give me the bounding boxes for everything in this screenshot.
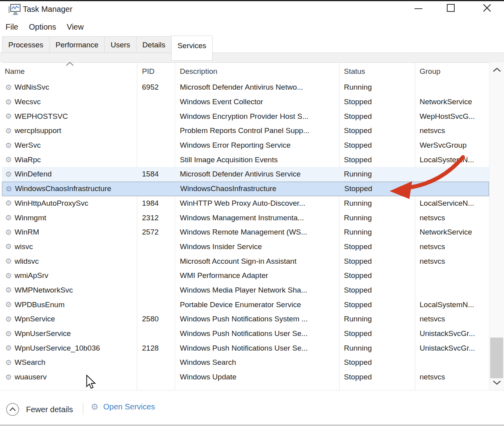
service-name: wercplsupport <box>15 124 61 138</box>
tab-services[interactable]: Services <box>171 36 213 61</box>
service-name-cell: ⚙wuauserv <box>2 370 137 384</box>
service-gear-icon: ⚙ <box>5 156 12 163</box>
menu-bar: FileOptionsView <box>5 20 84 34</box>
service-name: WpnUserService_10b036 <box>15 341 100 355</box>
service-group-cell: NetworkService <box>415 225 489 239</box>
service-group-cell: LocalSystemN... <box>415 153 489 167</box>
table-row[interactable]: ⚙WpnUserService_10b036 2128 Windows Push… <box>2 341 489 355</box>
service-name: wisvc <box>15 240 33 254</box>
column-header-status[interactable]: Status <box>339 63 415 80</box>
tab-performance[interactable]: Performance <box>49 36 105 53</box>
menu-item-file[interactable]: File <box>5 23 19 32</box>
service-pid-cell: 6952 <box>137 80 175 94</box>
table-row[interactable]: ⚙wmiApSrv WMI Performance Adapter Stoppe… <box>2 268 489 283</box>
close-button[interactable] <box>478 1 496 15</box>
service-description-cell: Portable Device Enumerator Service <box>175 298 339 312</box>
service-status-cell: Stopped <box>339 254 415 268</box>
service-name: WMPNetworkSvc <box>15 283 73 297</box>
task-manager-window: Task Manager FileOptionsView ProcessesPe… <box>0 0 504 426</box>
table-row[interactable]: ⚙WEPHOSTSVC Windows Encryption Provider … <box>2 109 489 124</box>
service-gear-icon: ⚙ <box>5 113 12 120</box>
service-gear-icon: ⚙ <box>5 373 12 381</box>
table-row[interactable]: ⚙WSearch Windows Search Stopped <box>2 355 489 370</box>
open-services-link[interactable]: ⚙ Open Services <box>91 402 155 411</box>
table-row[interactable]: ⚙Winmgmt 2312 Windows Management Instrum… <box>2 210 489 225</box>
service-description-cell: Microsoft Account Sign-in Assistant <box>175 254 339 268</box>
service-gear-icon: ⚙ <box>5 243 12 250</box>
service-group-cell: netsvcs <box>415 240 489 254</box>
menu-item-view[interactable]: View <box>66 23 84 32</box>
table-row[interactable]: ⚙WinDefend 1584 Microsoft Defender Antiv… <box>2 167 489 182</box>
tab-users[interactable]: Users <box>104 36 136 53</box>
service-status-cell: Running <box>339 80 415 94</box>
service-group-cell: WepHostSvcG... <box>415 109 489 124</box>
scroll-down-button[interactable] <box>489 377 504 388</box>
fewer-details-button[interactable]: Fewer details <box>6 402 73 417</box>
menu-item-options[interactable]: Options <box>28 23 57 32</box>
tab-processes[interactable]: Processes <box>2 36 49 53</box>
service-status-cell: Running <box>339 211 415 225</box>
table-row[interactable]: ⚙Wecsvc Windows Event Collector Stopped … <box>2 95 489 109</box>
scrollbar-thumb[interactable] <box>490 338 503 378</box>
scroll-down-icon <box>493 380 501 385</box>
service-description-cell: Windows Update <box>175 370 339 384</box>
table-row[interactable]: ⚙WPDBusEnum Portable Device Enumerator S… <box>2 297 489 312</box>
sort-ascending-icon[interactable] <box>65 61 75 66</box>
service-name: WPDBusEnum <box>15 298 65 312</box>
table-row[interactable]: ⚙WpnUserService Windows Push Notificatio… <box>2 327 489 341</box>
service-description-cell: Windows Push Notifications User Se... <box>175 327 339 341</box>
table-row[interactable]: ⚙wlidsvc Microsoft Account Sign-in Assis… <box>2 254 489 268</box>
table-row[interactable]: ⚙wercplsupport Problem Reports Control P… <box>2 124 489 138</box>
table-row[interactable]: ⚙wisvc Windows Insider Service Stopped n… <box>2 240 489 254</box>
service-gear-icon: ⚙ <box>5 344 12 352</box>
fewer-details-label: Fewer details <box>26 405 73 414</box>
table-row[interactable]: ⚙wuauserv Windows Update Stopped netsvcs <box>2 370 489 385</box>
table-row[interactable]: ⚙WindowsChaosInfrastructure WindowsChaos… <box>2 182 489 196</box>
column-header-description[interactable]: Description <box>175 63 339 80</box>
service-name-cell: ⚙WEPHOSTSVC <box>2 109 137 124</box>
table-row[interactable]: ⚙WMPNetworkSvc Windows Media Player Netw… <box>2 283 489 298</box>
minimize-button[interactable] <box>409 1 427 15</box>
vertical-scrollbar[interactable] <box>489 62 504 390</box>
service-pid-cell: 1984 <box>137 196 175 210</box>
scroll-up-button[interactable] <box>489 64 504 76</box>
service-status-cell: Stopped <box>339 240 415 254</box>
table-row[interactable]: ⚙WiaRpc Still Image Acquisition Events S… <box>2 152 489 167</box>
service-group-cell: netsvcs <box>415 124 489 138</box>
table-row[interactable]: ⚙WinHttpAutoProxySvc 1984 WinHTTP Web Pr… <box>2 196 489 211</box>
service-status-cell: Stopped <box>339 283 415 297</box>
service-gear-icon: ⚙ <box>5 301 12 308</box>
column-header-pid[interactable]: PID <box>137 63 175 80</box>
service-description-cell: WinHTTP Web Proxy Auto-Discover... <box>175 196 339 210</box>
service-description-cell: Microsoft Defender Antivirus Service <box>175 167 339 181</box>
service-name: Wecsvc <box>15 95 41 109</box>
service-status-cell: Stopped <box>339 95 415 109</box>
table-row[interactable]: ⚙WdNisSvc 6952 Microsoft Defender Antivi… <box>2 80 489 95</box>
service-name: WpnUserService <box>15 327 71 341</box>
service-description-cell: Windows Media Player Network Sha... <box>175 283 339 297</box>
service-name-cell: ⚙WinHttpAutoProxySvc <box>2 196 137 210</box>
service-gear-icon: ⚙ <box>5 84 12 91</box>
table-row[interactable]: ⚙WinRM 2572 Windows Remote Management (W… <box>2 225 489 240</box>
service-name-cell: ⚙WinDefend <box>2 167 137 181</box>
table-row[interactable]: ⚙WpnService 2580 Windows Push Notificati… <box>2 312 489 327</box>
service-gear-icon: ⚙ <box>5 257 12 265</box>
table-row[interactable]: ⚙WerSvc Windows Error Reporting Service … <box>2 138 489 153</box>
service-group-cell: netsvcs <box>415 370 489 384</box>
tab-bar: ProcessesPerformanceUsersDetailsServices <box>2 36 213 53</box>
maximize-button[interactable] <box>442 1 460 15</box>
open-services-gear-icon: ⚙ <box>91 403 99 411</box>
tab-strip-band <box>0 53 504 62</box>
service-description-cell: Windows Error Reporting Service <box>175 138 339 152</box>
service-name-cell: ⚙WerSvc <box>2 138 137 152</box>
service-status-cell: Stopped <box>339 355 415 370</box>
tab-details[interactable]: Details <box>136 36 171 53</box>
service-name-cell: ⚙WinRM <box>2 225 137 239</box>
service-name: WSearch <box>15 355 45 370</box>
service-name-cell: ⚙WdNisSvc <box>2 80 137 94</box>
service-group-cell: LocalSystemN... <box>415 298 489 312</box>
scroll-up-icon <box>493 68 501 72</box>
service-description-cell: Windows Insider Service <box>175 240 339 254</box>
column-header-group[interactable]: Group <box>415 63 489 80</box>
service-description-cell: Windows Push Notifications System ... <box>175 312 339 326</box>
